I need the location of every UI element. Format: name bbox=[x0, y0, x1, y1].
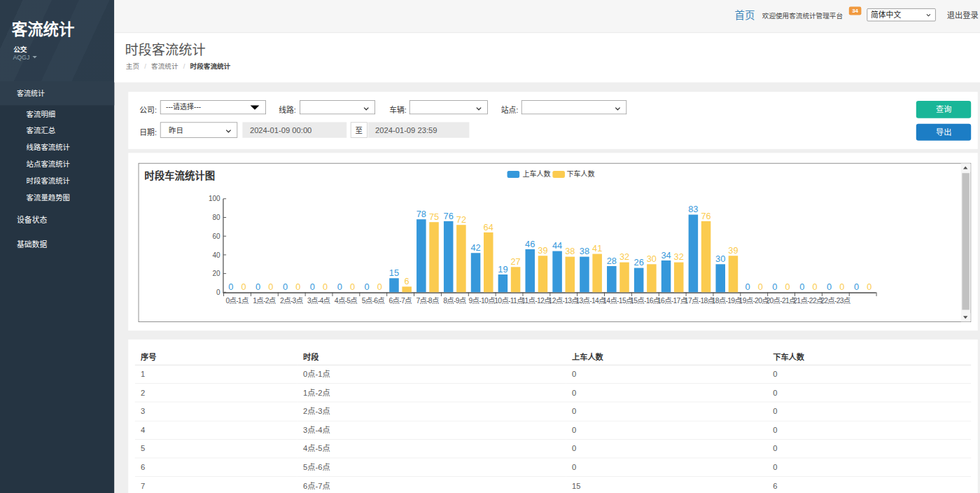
svg-text:0: 0 bbox=[255, 282, 260, 292]
svg-text:20: 20 bbox=[212, 270, 220, 277]
svg-text:32: 32 bbox=[620, 252, 629, 263]
svg-text:0: 0 bbox=[854, 282, 859, 292]
svg-text:0: 0 bbox=[310, 282, 315, 292]
svg-text:75: 75 bbox=[429, 211, 439, 222]
svg-text:41: 41 bbox=[592, 244, 602, 254]
svg-text:18点-19点: 18点-19点 bbox=[712, 297, 742, 305]
svg-text:40: 40 bbox=[212, 251, 220, 259]
svg-text:0: 0 bbox=[216, 289, 220, 296]
svg-text:4点-5点: 4点-5点 bbox=[335, 297, 358, 305]
svg-text:78: 78 bbox=[416, 209, 426, 219]
svg-text:1点-2点: 1点-2点 bbox=[253, 297, 276, 305]
svg-text:16点-17点: 16点-17点 bbox=[657, 297, 687, 305]
svg-text:0: 0 bbox=[745, 282, 750, 292]
svg-text:22点-23点: 22点-23点 bbox=[820, 297, 850, 305]
svg-text:0: 0 bbox=[377, 282, 382, 292]
svg-text:10点-11点: 10点-11点 bbox=[494, 297, 524, 305]
svg-text:19: 19 bbox=[498, 264, 507, 275]
svg-text:32: 32 bbox=[674, 252, 684, 263]
svg-text:12点-13点: 12点-13点 bbox=[549, 297, 579, 305]
svg-text:0: 0 bbox=[867, 282, 872, 292]
svg-text:0: 0 bbox=[772, 282, 777, 292]
svg-text:9点-10点: 9点-10点 bbox=[468, 297, 495, 305]
svg-text:下车人数: 下车人数 bbox=[567, 170, 595, 179]
svg-text:83: 83 bbox=[688, 204, 698, 214]
svg-text:7点-8点: 7点-8点 bbox=[416, 297, 439, 305]
svg-text:14点-15点: 14点-15点 bbox=[603, 297, 633, 305]
svg-text:0: 0 bbox=[839, 282, 844, 292]
svg-text:0: 0 bbox=[364, 282, 369, 292]
svg-text:38: 38 bbox=[580, 246, 589, 257]
svg-text:42: 42 bbox=[470, 242, 480, 253]
svg-text:13点-14点: 13点-14点 bbox=[575, 297, 606, 305]
svg-text:0: 0 bbox=[241, 282, 246, 292]
svg-text:30: 30 bbox=[647, 254, 657, 264]
svg-text:0: 0 bbox=[295, 282, 300, 292]
svg-text:上车人数: 上车人数 bbox=[522, 170, 550, 179]
svg-text:28: 28 bbox=[607, 256, 617, 266]
svg-text:0点-1点: 0点-1点 bbox=[225, 297, 248, 305]
svg-text:80: 80 bbox=[212, 214, 220, 221]
svg-text:0: 0 bbox=[228, 282, 233, 292]
svg-text:0: 0 bbox=[337, 282, 342, 292]
svg-text:5点-6点: 5点-6点 bbox=[362, 297, 385, 305]
svg-text:19点-20点: 19点-20点 bbox=[739, 297, 769, 305]
svg-text:72: 72 bbox=[456, 214, 466, 225]
svg-text:44: 44 bbox=[552, 241, 562, 251]
svg-text:60: 60 bbox=[212, 232, 220, 240]
svg-text:39: 39 bbox=[728, 245, 738, 256]
svg-text:0: 0 bbox=[785, 282, 790, 292]
svg-text:0: 0 bbox=[283, 282, 288, 292]
svg-text:3点-4点: 3点-4点 bbox=[307, 297, 330, 305]
svg-text:46: 46 bbox=[525, 239, 535, 249]
svg-text:0: 0 bbox=[812, 282, 817, 292]
svg-text:0: 0 bbox=[268, 282, 273, 292]
svg-text:15: 15 bbox=[389, 268, 399, 278]
svg-text:100: 100 bbox=[209, 195, 220, 203]
svg-text:0: 0 bbox=[799, 282, 804, 292]
svg-text:76: 76 bbox=[443, 211, 453, 221]
svg-text:34: 34 bbox=[661, 250, 671, 261]
svg-text:11点-12点: 11点-12点 bbox=[522, 297, 551, 305]
svg-text:20点-21点: 20点-21点 bbox=[766, 297, 796, 305]
svg-text:21点-22点: 21点-22点 bbox=[793, 297, 823, 305]
svg-text:39: 39 bbox=[538, 245, 547, 256]
svg-text:17点-18点: 17点-18点 bbox=[685, 297, 715, 305]
svg-text:6: 6 bbox=[405, 276, 410, 286]
svg-text:26: 26 bbox=[634, 258, 643, 268]
svg-text:8点-9点: 8点-9点 bbox=[443, 297, 466, 305]
svg-text:0: 0 bbox=[827, 282, 832, 292]
svg-text:0: 0 bbox=[323, 282, 328, 292]
svg-text:15点-16点: 15点-16点 bbox=[630, 297, 660, 305]
svg-text:0: 0 bbox=[758, 282, 763, 292]
svg-text:64: 64 bbox=[484, 222, 493, 232]
svg-text:6点-7点: 6点-7点 bbox=[388, 297, 412, 305]
svg-text:27: 27 bbox=[510, 256, 520, 267]
svg-text:2点-3点: 2点-3点 bbox=[280, 297, 303, 305]
svg-text:0: 0 bbox=[350, 282, 355, 292]
svg-text:30: 30 bbox=[715, 254, 725, 264]
svg-text:76: 76 bbox=[701, 211, 710, 221]
svg-text:38: 38 bbox=[565, 246, 575, 257]
